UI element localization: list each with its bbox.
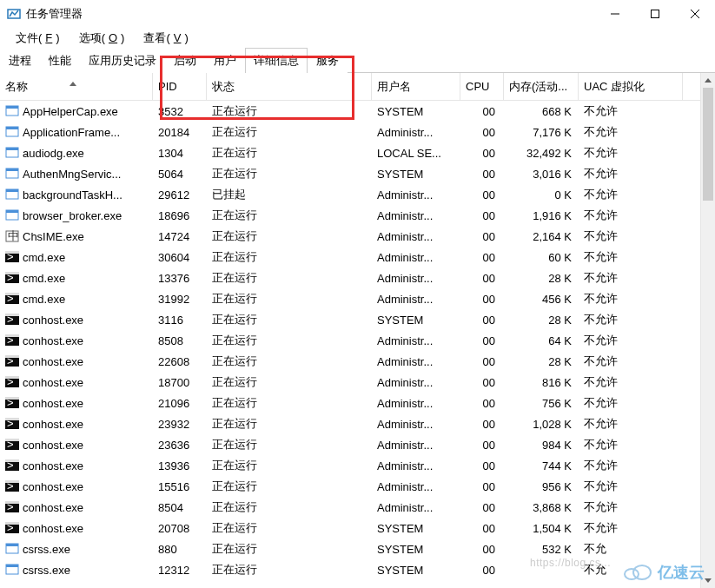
col-status-header[interactable]: 状态 [207,73,372,100]
process-uac: 不允许 [579,124,683,140]
table-row[interactable]: ApplicationFrame...20184正在运行Administr...… [0,122,700,142]
process-name: conhost.exe [23,501,83,514]
process-mem: 984 K [504,439,579,452]
process-user: Administr... [372,480,460,493]
col-user-header[interactable]: 用户名 [372,73,460,100]
process-name: conhost.exe [23,314,83,327]
process-user: Administr... [372,230,460,243]
process-name: conhost.exe [23,334,83,347]
process-name: cmd.exe [23,251,65,264]
table-row[interactable]: >_conhost.exe21096正在运行Administr...00756 … [0,393,700,413]
process-user: SYSTEM [372,168,460,181]
minimize-button[interactable] [595,1,635,27]
details-grid: 名称 PID 状态 用户名 CPU 内存(活动... UAC 虚拟化 AppHe… [0,73,715,588]
table-row[interactable]: >_cmd.exe31992正在运行Administr...00456 K不允许 [0,288,700,309]
process-uac: 不允许 [579,416,683,432]
menu-options[interactable]: 选项(O) [72,29,132,48]
process-mem: 32,492 K [504,147,579,160]
table-row[interactable]: >_conhost.exe3116正在运行SYSTEM0028 K不允许 [0,309,700,330]
svg-rect-63 [6,544,18,546]
tab-services[interactable]: 服务 [308,48,348,73]
table-row[interactable]: >_conhost.exe18700正在运行Administr...00816 … [0,372,700,393]
table-row[interactable]: audiodg.exe1304正在运行LOCAL SE...0032,492 K… [0,142,700,163]
process-user: SYSTEM [372,314,460,327]
svg-text:>_: >_ [7,250,19,263]
vertical-scrollbar[interactable] [700,73,715,588]
process-name: ApplicationFrame... [23,126,120,139]
tab-details[interactable]: 详细信息 [245,48,308,73]
process-cpu: 00 [460,376,504,389]
process-mem: 668 K [504,105,579,118]
svg-text:>_: >_ [7,417,19,430]
process-pid: 1304 [153,147,207,160]
process-icon: >_ [5,479,19,493]
process-pid: 18696 [153,209,207,222]
tab-users[interactable]: 用户 [205,48,245,73]
tab-bar: 进程 性能 应用历史记录 启动 用户 详细信息 服务 [0,49,715,73]
process-status: 正在运行 [207,333,372,348]
col-name-header[interactable]: 名称 [0,73,153,100]
process-status: 正在运行 [207,228,372,244]
menu-file[interactable]: 文件(F) [9,29,67,48]
process-user: Administr... [372,334,460,347]
tab-startup[interactable]: 启动 [165,48,205,73]
process-mem: 3,016 K [504,168,579,181]
process-uac: 不允许 [579,187,683,202]
tab-app-history[interactable]: 应用历史记录 [80,48,165,73]
maximize-button[interactable] [635,1,675,27]
table-row[interactable]: >_conhost.exe8504正在运行Administr...003,868… [0,497,700,518]
table-row[interactable]: >_conhost.exe20708正在运行SYSTEM001,504 K不允许 [0,518,700,538]
menu-view[interactable]: 查看(V) [136,29,195,48]
table-row[interactable]: >_conhost.exe15516正在运行Administr...00956 … [0,476,700,497]
scroll-thumb[interactable] [703,88,713,201]
watermark-text: 亿速云 [658,562,705,583]
table-row[interactable]: >_conhost.exe23636正在运行Administr...00984 … [0,434,700,455]
col-mem-header[interactable]: 内存(活动... [504,73,579,100]
table-row[interactable]: >_cmd.exe13376正在运行Administr...0028 K不允许 [0,268,700,288]
process-pid: 8504 [153,501,207,514]
process-pid: 14724 [153,230,207,243]
process-user: Administr... [372,418,460,431]
table-row[interactable]: 中ChsIME.exe14724正在运行Administr...002,164 … [0,226,700,247]
scroll-up-button[interactable] [701,73,715,88]
svg-rect-7 [6,106,18,109]
process-user: SYSTEM [372,522,460,535]
tab-performance[interactable]: 性能 [40,48,80,73]
process-cpu: 00 [460,501,504,514]
process-icon: >_ [5,521,19,535]
svg-text:>_: >_ [7,438,19,451]
table-row[interactable]: >_conhost.exe13936正在运行Administr...00744 … [0,455,700,476]
process-name: ChsIME.exe [23,230,84,243]
table-row[interactable]: browser_broker.exe18696正在运行Administr...0… [0,205,700,226]
col-cpu-header[interactable]: CPU [460,73,504,100]
table-row[interactable]: >_cmd.exe30604正在运行Administr...0060 K不允许 [0,247,700,268]
process-status: 正在运行 [207,103,372,119]
process-pid: 880 [153,543,207,556]
process-mem: 1,504 K [504,522,579,535]
table-row[interactable]: >_conhost.exe8508正在运行Administr...0064 K不… [0,330,700,351]
table-row[interactable]: >_conhost.exe22608正在运行Administr...0028 K… [0,351,700,372]
table-row[interactable]: backgroundTaskH...29612已挂起Administr...00… [0,184,700,205]
close-button[interactable] [675,1,715,27]
table-row[interactable]: AppHelperCap.exe3532正在运行SYSTEM00668 K不允许 [0,101,700,122]
process-uac: 不允许 [579,249,683,265]
col-uac-header[interactable]: UAC 虚拟化 [579,73,683,100]
process-pid: 13936 [153,459,207,472]
process-cpu: 00 [460,230,504,243]
process-status: 正在运行 [207,291,372,307]
col-pid-header[interactable]: PID [153,73,207,100]
process-uac: 不允许 [579,458,683,473]
process-status: 正在运行 [207,499,372,515]
process-uac: 不允许 [579,479,683,494]
process-cpu: 00 [460,168,504,181]
process-icon [5,125,19,139]
table-row[interactable]: >_conhost.exe23932正在运行Administr...001,02… [0,413,700,434]
process-name: cmd.exe [23,293,65,306]
scroll-track[interactable] [701,88,715,573]
process-status: 正在运行 [207,145,372,161]
table-row[interactable]: AuthenMngServic...5064正在运行SYSTEM003,016 … [0,163,700,184]
process-status: 正在运行 [207,124,372,140]
process-name: conhost.exe [23,397,83,410]
tab-processes[interactable]: 进程 [0,48,40,73]
process-user: Administr... [372,293,460,306]
